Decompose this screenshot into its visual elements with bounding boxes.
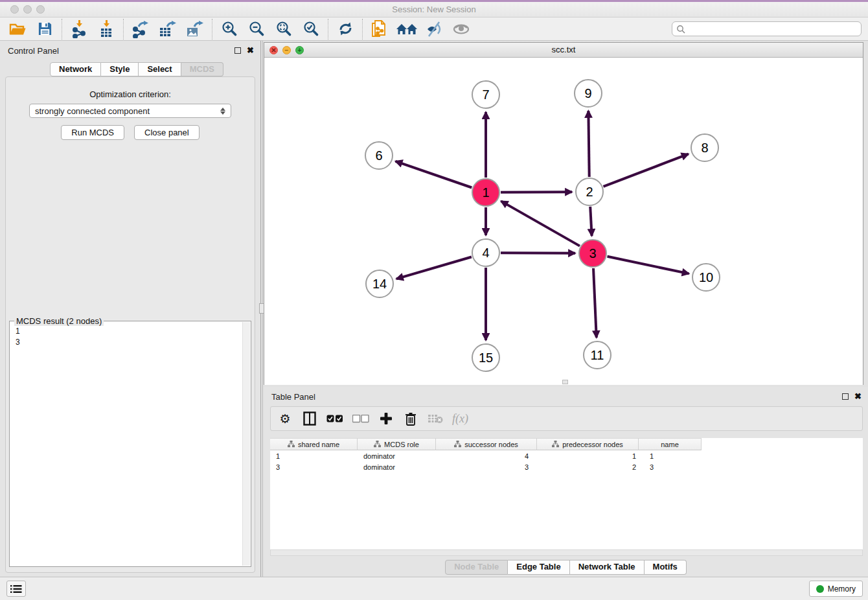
import-table-button[interactable] <box>93 19 120 40</box>
hide-details-button[interactable] <box>420 19 448 40</box>
criterion-selected-value: strongly connected component <box>35 106 220 116</box>
zoom-in-button[interactable] <box>216 19 243 40</box>
graph-node-9[interactable]: 9 <box>574 79 602 108</box>
network-window-titlebar[interactable]: ✕ − + scc.txt <box>264 43 863 58</box>
column-header-predecessor-nodes[interactable]: predecessor nodes <box>537 438 639 450</box>
refresh-layout-button[interactable] <box>332 19 359 40</box>
export-network-button[interactable] <box>127 19 154 40</box>
table-row[interactable]: 3 dominator 3 2 3 <box>270 461 863 472</box>
open-session-button[interactable] <box>4 19 31 40</box>
minimize-window-button[interactable] <box>23 5 32 14</box>
network-canvas[interactable]: 7968124314101511 <box>264 58 863 385</box>
tab-mcds[interactable]: MCDS <box>181 62 223 76</box>
column-header-name[interactable]: name <box>639 438 702 450</box>
maximize-view-button[interactable]: + <box>295 46 304 54</box>
export-image-button[interactable] <box>181 19 209 40</box>
table-row[interactable]: 1 dominator 4 1 1 <box>270 450 863 461</box>
zoom-out-icon <box>248 21 265 38</box>
zoom-fit-button[interactable] <box>270 19 297 40</box>
graph-node-4[interactable]: 4 <box>472 238 500 267</box>
cell-name: 3 <box>639 461 702 472</box>
delete-column-button[interactable] <box>403 410 418 427</box>
column-header-shared-name[interactable]: shared name <box>270 438 358 450</box>
graph-node-1[interactable]: 1 <box>472 178 500 207</box>
close-table-panel-icon[interactable]: ✖ <box>854 393 862 400</box>
float-table-panel-icon[interactable] <box>842 393 849 400</box>
tab-edge-table[interactable]: Edge Table <box>508 560 569 575</box>
split-columns-button[interactable] <box>302 410 317 427</box>
graph-edge-3-11[interactable] <box>593 268 597 338</box>
zoom-out-button[interactable] <box>243 19 270 40</box>
graph-edge-1-2[interactable] <box>501 192 572 192</box>
column-header-successor-nodes[interactable]: successor nodes <box>436 438 537 450</box>
graph-edge-3-10[interactable] <box>608 257 689 274</box>
run-mcds-button[interactable]: Run MCDS <box>61 125 124 140</box>
graph-edge-4-14[interactable] <box>396 257 472 279</box>
graph-edge-4-3[interactable] <box>501 253 575 253</box>
window-controls[interactable] <box>10 5 45 14</box>
export-table-button[interactable] <box>154 19 181 40</box>
graph-node-8[interactable]: 8 <box>691 133 719 162</box>
graph-edges <box>264 58 863 385</box>
save-session-icon <box>38 21 52 36</box>
graph-node-3[interactable]: 3 <box>578 239 607 268</box>
tab-select[interactable]: Select <box>139 62 181 76</box>
close-window-button[interactable] <box>10 5 19 14</box>
close-panel-icon[interactable]: ✖ <box>247 47 254 54</box>
graph-node-14[interactable]: 14 <box>365 270 394 298</box>
deselect-all-button[interactable] <box>352 410 369 427</box>
graph-edge-2-8[interactable] <box>603 154 688 187</box>
mcds-result-list[interactable]: 1 3 <box>10 321 251 352</box>
settings-gear-icon: ⚙ <box>279 411 290 426</box>
graph-edge-3-1[interactable] <box>501 201 580 246</box>
settings-gear-button[interactable]: ⚙ <box>277 410 293 427</box>
graph-node-15[interactable]: 15 <box>472 343 500 372</box>
column-label: shared name <box>298 441 339 448</box>
result-scrollbar[interactable] <box>242 322 250 566</box>
delete-table-button[interactable] <box>428 410 443 427</box>
graph-node-6[interactable]: 6 <box>365 141 393 170</box>
graph-edge-2-9[interactable] <box>588 111 589 177</box>
graph-edge-2-3[interactable] <box>590 207 591 236</box>
home-button[interactable] <box>393 19 420 40</box>
search-field[interactable] <box>672 21 862 36</box>
table-panel: Table Panel ✖ ⚙ <box>264 387 868 577</box>
new-network-button[interactable] <box>366 19 393 40</box>
close-panel-button[interactable]: Close panel <box>134 125 200 140</box>
search-input[interactable] <box>685 24 857 34</box>
select-all-button[interactable] <box>326 410 343 427</box>
show-details-button[interactable] <box>448 19 475 40</box>
horizontal-splitter-grip[interactable] <box>562 380 568 384</box>
open-session-icon <box>8 21 27 37</box>
float-panel-icon[interactable] <box>234 47 241 54</box>
criterion-dropdown[interactable]: strongly connected component <box>29 104 231 118</box>
tab-node-table[interactable]: Node Table <box>445 560 508 575</box>
add-column-button[interactable] <box>378 410 394 427</box>
minimize-view-button[interactable]: − <box>282 46 291 54</box>
function-builder-button[interactable]: f(x) <box>452 410 468 427</box>
dropdown-stepper-icon <box>220 108 225 115</box>
graph-edge-1-6[interactable] <box>396 161 472 188</box>
graph-node-7[interactable]: 7 <box>472 80 500 109</box>
tab-motifs[interactable]: Motifs <box>645 560 687 575</box>
graph-node-10[interactable]: 10 <box>692 263 720 292</box>
control-panel: Control Panel ✖ Network Style Select MCD… <box>0 41 260 577</box>
vertical-splitter[interactable] <box>260 41 263 577</box>
tab-style[interactable]: Style <box>101 62 139 76</box>
tab-network[interactable]: Network <box>50 62 101 76</box>
close-view-button[interactable]: ✕ <box>269 46 278 54</box>
column-header-mcds-role[interactable]: MCDS role <box>358 438 436 450</box>
task-history-button[interactable] <box>6 581 26 597</box>
zoom-window-button[interactable] <box>36 5 45 14</box>
export-network-icon <box>131 20 150 38</box>
memory-button[interactable]: Memory <box>809 581 863 597</box>
column-label: MCDS role <box>384 441 419 448</box>
zoom-selected-button[interactable] <box>297 19 325 40</box>
graph-node-2[interactable]: 2 <box>575 178 604 206</box>
mcds-result-line: 1 <box>16 326 245 337</box>
import-network-button[interactable] <box>65 19 93 40</box>
table-horizontal-scrollbar[interactable] <box>270 549 863 556</box>
save-session-button[interactable] <box>31 19 58 40</box>
graph-node-11[interactable]: 11 <box>583 341 611 369</box>
tab-network-table[interactable]: Network Table <box>570 560 645 575</box>
